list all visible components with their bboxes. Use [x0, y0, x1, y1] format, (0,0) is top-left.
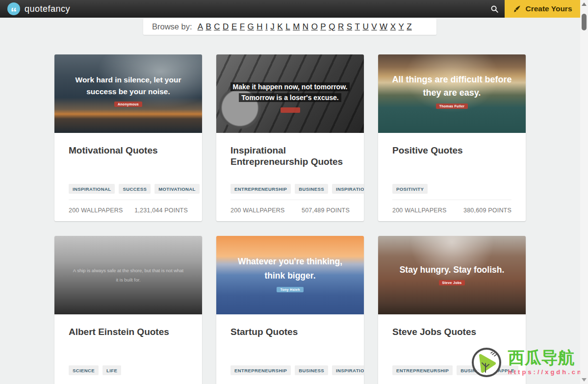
tag-business[interactable]: BUSINESS [295, 365, 328, 375]
card-body: Positive Quotes POSITIVITY 200 WALLPAPER… [378, 133, 526, 221]
wallpaper-thumbnail[interactable]: Work hard in silence, let your success b… [54, 54, 202, 133]
card-albert-einstein-quotes[interactable]: A ship is always safe at the shore, but … [54, 236, 202, 384]
browse-letter-F[interactable]: F [240, 22, 245, 32]
browse-letter-A[interactable]: A [198, 22, 203, 32]
browse-letter-C[interactable]: C [214, 22, 220, 32]
scrollbar-thumb[interactable] [582, 14, 587, 30]
browse-letter-O[interactable]: O [311, 22, 318, 32]
browse-letter-X[interactable]: X [390, 22, 396, 32]
browse-letter-S[interactable]: S [347, 22, 352, 32]
browse-letter-H[interactable]: H [256, 22, 262, 32]
browse-letter-L[interactable]: L [285, 22, 290, 32]
quote-text: Whatever you're thinking, think bigger. [238, 256, 342, 281]
tag-positivity[interactable]: POSITIVITY [392, 184, 428, 194]
browse-letter-N[interactable]: N [303, 22, 308, 32]
browse-letter-Q[interactable]: Q [329, 22, 335, 32]
search-button[interactable] [484, 0, 505, 18]
card-stats: 200 WALLPAPERS 380,609 POINTS [392, 200, 511, 214]
card-stats: 200 WALLPAPERS 1,231,044 POINTS [69, 200, 188, 214]
browse-letter-E[interactable]: E [231, 22, 237, 32]
points-count: 380,609 POINTS [463, 207, 511, 214]
tag-entrepreneurship[interactable]: ENTREPRENEURSHIP [230, 365, 291, 375]
browse-letter-Y[interactable]: Y [398, 22, 404, 32]
quote-wrap: Whatever you're thinking, think bigger. [227, 255, 354, 283]
browse-letter-Z[interactable]: Z [407, 22, 411, 32]
quote-author-badge: Steve Jobs [439, 280, 465, 285]
category-title[interactable]: Albert Einstein Quotes [69, 326, 191, 337]
browse-letter-M[interactable]: M [293, 22, 300, 32]
wallpaper-thumbnail[interactable]: A ship is always safe at the shore, but … [54, 236, 202, 314]
browse-letter-K[interactable]: K [277, 22, 282, 32]
wallpaper-thumbnail[interactable]: Make it happen now, not tomorrow. Tomorr… [216, 54, 364, 133]
tag-science[interactable]: SCIENCE [69, 365, 99, 375]
card-body: Inspirational Entrepreneurship Quotes EN… [216, 133, 364, 221]
browse-letters: ABCDEFGHIJKLMNOPQRSTUVWXYZ [198, 22, 415, 32]
card-motivational-quotes[interactable]: Work hard in silence, let your success b… [54, 54, 202, 221]
tag-success[interactable]: SUCCESS [119, 184, 151, 194]
quote-wrap: Work hard in silence, let your success b… [68, 74, 189, 98]
tag-inspirational[interactable]: INSPIRATIONAL [69, 184, 115, 194]
quote-mark-icon: “ [7, 2, 20, 15]
browse-letter-J[interactable]: J [270, 22, 275, 32]
card-inspirational-entrepreneurship-quotes[interactable]: Make it happen now, not tomorrow. Tomorr… [216, 54, 364, 221]
brand-name[interactable]: quotefancy [25, 4, 70, 14]
category-title[interactable]: Steve Jobs Quotes [392, 326, 515, 337]
vertical-scrollbar[interactable] [580, 0, 588, 384]
tag-business[interactable]: BUSINESS [295, 184, 328, 194]
browse-letter-G[interactable]: G [248, 22, 254, 32]
tag-list: INSPIRATIONAL SUCCESS MOTIVATIONAL [69, 184, 200, 194]
browse-letter-U[interactable]: U [362, 22, 368, 32]
card-body: Startup Quotes ENTREPRENEURSHIP BUSINESS… [216, 314, 364, 384]
quote-text: Stay hungry. Stay foolish. [400, 265, 505, 275]
quote-text: Make it happen now, not tomorrow. Tomorr… [230, 82, 350, 102]
create-yours-label: Create Yours [525, 4, 572, 13]
wallpaper-thumbnail[interactable]: All things are difficult before they are… [378, 54, 526, 133]
paintbrush-icon [512, 5, 521, 13]
points-count: 507,489 POINTS [302, 207, 350, 214]
tag-inspirational[interactable]: INSPIRATIONAL [332, 365, 364, 375]
tag-list: ENTREPRENEURSHIP BUSINESS INSPIRATIONAL [230, 365, 364, 375]
scroll-down-arrow-icon[interactable] [582, 378, 587, 382]
browse-letter-B[interactable]: B [205, 22, 211, 32]
category-title[interactable]: Motivational Quotes [69, 145, 191, 156]
category-title[interactable]: Positive Quotes [392, 145, 515, 156]
brand-logo[interactable]: “ quotefancy [7, 2, 70, 15]
category-title[interactable]: Inspirational Entrepreneurship Quotes [230, 145, 353, 167]
quote-wrap: Make it happen now, not tomorrow. Tomorr… [222, 81, 358, 103]
browse-letter-D[interactable]: D [223, 22, 229, 32]
page: “ quotefancy Create Yours Browse by: ABC… [0, 0, 588, 384]
browse-letter-W[interactable]: W [380, 22, 387, 32]
tag-motivational[interactable]: MOTIVATIONAL [154, 184, 200, 194]
quote-author-badge: Thomas Fuller [436, 103, 468, 109]
tag-list: SCIENCE LIFE [69, 365, 121, 375]
card-startup-quotes[interactable]: Whatever you're thinking, think bigger. … [216, 236, 364, 384]
quote-author-badge: Tony Hsieh [277, 287, 303, 292]
browse-by-label: Browse by: [152, 22, 192, 31]
watermelon-logo-icon [471, 347, 502, 378]
card-body: Albert Einstein Quotes SCIENCE LIFE [54, 314, 202, 384]
category-title[interactable]: Startup Quotes [230, 326, 353, 337]
wallpaper-thumbnail[interactable]: Whatever you're thinking, think bigger. … [216, 236, 364, 314]
watermark-url: https://xgdh.cn [508, 368, 583, 376]
card-stats: 200 WALLPAPERS 507,489 POINTS [230, 200, 350, 214]
tag-life[interactable]: LIFE [102, 365, 121, 375]
browse-letter-I[interactable]: I [265, 22, 268, 32]
browse-letter-T[interactable]: T [355, 22, 360, 32]
quote-author-badge: Anonymous [114, 102, 142, 107]
wallpaper-count: 200 WALLPAPERS [69, 207, 123, 214]
category-grid: Work hard in silence, let your success b… [54, 54, 526, 384]
browse-letter-V[interactable]: V [371, 22, 377, 32]
browse-letter-R[interactable]: R [338, 22, 344, 32]
card-positive-quotes[interactable]: All things are difficult before they are… [378, 54, 526, 221]
create-yours-button[interactable]: Create Yours [505, 0, 580, 18]
wallpaper-thumbnail[interactable]: Stay hungry. Stay foolish. Steve Jobs [378, 236, 526, 314]
browse-letter-P[interactable]: P [320, 22, 326, 32]
tag-entrepreneurship[interactable]: ENTREPRENEURSHIP [392, 365, 453, 375]
tag-inspirational[interactable]: INSPIRATIONAL [332, 184, 364, 194]
tag-entrepreneurship[interactable]: ENTREPRENEURSHIP [230, 184, 291, 194]
scroll-up-arrow-icon[interactable] [582, 2, 587, 6]
browse-bar: Browse by: ABCDEFGHIJKLMNOPQRSTUVWXYZ [143, 19, 436, 35]
tag-list: ENTREPRENEURSHIP BUSINESS INSPIRATIONAL [230, 184, 364, 194]
quote-author-badge [281, 107, 300, 113]
card-body: Motivational Quotes INSPIRATIONAL SUCCES… [54, 133, 202, 221]
